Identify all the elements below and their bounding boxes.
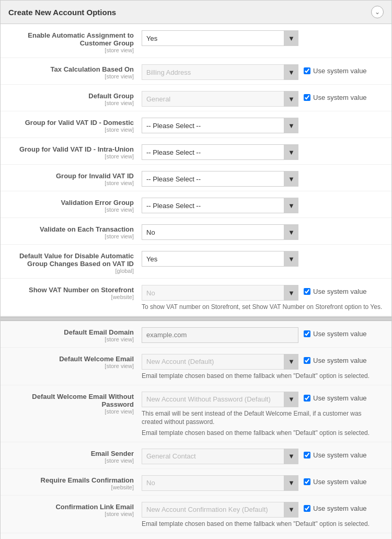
confirmation-link-email-use-system-value-checkbox[interactable] bbox=[304, 505, 310, 512]
validation-error-group-select[interactable]: -- Please Select -- bbox=[142, 198, 298, 213]
confirmation-link-email-label: Confirmation Link Email bbox=[8, 503, 134, 511]
group-valid-vat-domestic-label-area: Group for Valid VAT ID - Domestic[store … bbox=[8, 116, 142, 133]
show-vat-number-label: Show VAT Number on Storefront bbox=[8, 286, 134, 294]
confirmation-link-email-scope: [store view] bbox=[8, 511, 134, 517]
disable-auto-group-changes-select[interactable]: YesNo bbox=[142, 251, 298, 267]
form-row-default-welcome-email: Default Welcome Email[store view]New Acc… bbox=[1, 348, 391, 385]
group-invalid-vat-label: Group for Invalid VAT ID bbox=[8, 172, 134, 180]
form-row-welcome-email: Welcome Email[store view]New Account Con… bbox=[1, 533, 391, 539]
form-row-disable-auto-group-changes: Default Value for Disable Automatic Grou… bbox=[1, 245, 391, 279]
default-welcome-email-no-password-label-area: Default Welcome Email Without Password[s… bbox=[8, 389, 142, 415]
group-valid-vat-intra-union-select[interactable]: -- Please Select -- bbox=[142, 144, 298, 160]
require-emails-confirmation-control-area: NoYes▼Use system value bbox=[142, 473, 384, 491]
form-row-auto-assign-customer-group: Enable Automatic Assignment to Customer … bbox=[1, 24, 391, 58]
default-group-control-area: GeneralWholesaleRetailer▼Use system valu… bbox=[142, 89, 384, 107]
validation-error-group-control-area: -- Please Select --▼ bbox=[142, 196, 384, 213]
default-welcome-email-scope: [store view] bbox=[8, 363, 134, 369]
auto-assign-customer-group-label-area: Enable Automatic Assignment to Customer … bbox=[8, 28, 142, 53]
tax-calculation-based-on-use-system-value[interactable]: Use system value bbox=[304, 64, 367, 75]
default-welcome-email-no-password-hint2: This email will be sent instead of the D… bbox=[142, 409, 384, 427]
default-welcome-email-no-password-select: New Account Without Password (Default) bbox=[142, 392, 298, 407]
email-sender-use-system-value[interactable]: Use system value bbox=[304, 449, 367, 459]
group-invalid-vat-scope: [store view] bbox=[8, 180, 134, 186]
group-valid-vat-domestic-select[interactable]: -- Please Select -- bbox=[142, 118, 298, 133]
panel-toggle-button[interactable]: ⌄ bbox=[371, 6, 384, 18]
default-welcome-email-no-password-select-wrap: New Account Without Password (Default)▼ bbox=[142, 392, 298, 407]
default-welcome-email-label: Default Welcome Email bbox=[8, 355, 134, 363]
group-valid-vat-domestic-control-area: -- Please Select --▼ bbox=[142, 116, 384, 133]
show-vat-number-use-system-value[interactable]: Use system value bbox=[304, 285, 367, 295]
confirmation-link-email-use-system-value[interactable]: Use system value bbox=[304, 502, 367, 512]
default-group-use-system-value-checkbox[interactable] bbox=[304, 94, 310, 101]
auto-assign-customer-group-select[interactable]: YesNo bbox=[142, 30, 298, 46]
group-valid-vat-intra-union-scope: [store view] bbox=[8, 153, 134, 159]
validate-each-transaction-select[interactable]: NoYes bbox=[142, 224, 298, 240]
group-valid-vat-intra-union-select-wrap: -- Please Select --▼ bbox=[142, 144, 298, 160]
tax-calculation-based-on-scope: [store view] bbox=[8, 73, 134, 79]
email-sender-use-system-value-checkbox[interactable] bbox=[304, 452, 310, 458]
validate-each-transaction-label: Validate on Each Transaction bbox=[8, 225, 134, 233]
validation-error-group-label-area: Validation Error Group[store view] bbox=[8, 196, 142, 213]
email-section: Default Email Domain[store view]Use syst… bbox=[1, 321, 391, 539]
default-email-domain-use-system-value-checkbox[interactable] bbox=[304, 330, 310, 337]
validate-each-transaction-scope: [store view] bbox=[8, 233, 134, 239]
default-welcome-email-no-password-control-area: New Account Without Password (Default)▼U… bbox=[142, 389, 384, 438]
form-row-default-email-domain: Default Email Domain[store view]Use syst… bbox=[1, 321, 391, 348]
disable-auto-group-changes-select-wrap: YesNo▼ bbox=[142, 251, 298, 267]
panel-title: Create New Account Options bbox=[8, 8, 116, 17]
default-welcome-email-no-password-use-system-value-checkbox[interactable] bbox=[304, 395, 310, 402]
tax-calculation-based-on-use-system-value-checkbox[interactable] bbox=[304, 67, 310, 74]
default-group-select: GeneralWholesaleRetailer bbox=[142, 91, 298, 107]
show-vat-number-use-system-value-checkbox[interactable] bbox=[304, 288, 310, 295]
default-welcome-email-use-system-value[interactable]: Use system value bbox=[304, 354, 367, 364]
default-welcome-email-no-password-hint: Email template chosen based on theme fal… bbox=[142, 429, 384, 438]
default-group-use-system-value[interactable]: Use system value bbox=[304, 91, 367, 101]
tax-calculation-based-on-label-area: Tax Calculation Based On[store view] bbox=[8, 62, 142, 79]
validation-error-group-label: Validation Error Group bbox=[8, 199, 134, 207]
confirmation-link-email-control-area: New Account Confirmation Key (Default)▼U… bbox=[142, 500, 384, 529]
default-welcome-email-use-system-value-checkbox[interactable] bbox=[304, 357, 310, 364]
show-vat-number-control-area: NoYes▼Use system valueTo show VAT number… bbox=[142, 283, 384, 312]
form-row-validation-error-group: Validation Error Group[store view]-- Ple… bbox=[1, 191, 391, 218]
group-invalid-vat-control-area: -- Please Select --▼ bbox=[142, 169, 384, 187]
auto-assign-customer-group-scope: [store view] bbox=[8, 47, 134, 53]
tax-calculation-based-on-label: Tax Calculation Based On bbox=[8, 65, 134, 73]
email-sender-scope: [store view] bbox=[8, 457, 134, 464]
email-sender-select: General Contact bbox=[142, 449, 298, 464]
default-welcome-email-no-password-scope: [store view] bbox=[8, 408, 134, 415]
group-invalid-vat-label-area: Group for Invalid VAT ID[store view] bbox=[8, 169, 142, 186]
default-group-use-system-value-label: Use system value bbox=[313, 94, 367, 101]
show-vat-number-select-wrap: NoYes▼ bbox=[142, 285, 298, 301]
form-row-show-vat-number: Show VAT Number on Storefront[website]No… bbox=[1, 279, 391, 316]
section-separator bbox=[1, 317, 391, 321]
group-valid-vat-intra-union-control-area: -- Please Select --▼ bbox=[142, 142, 384, 160]
require-emails-confirmation-use-system-value[interactable]: Use system value bbox=[304, 475, 367, 486]
default-group-label: Default Group bbox=[8, 92, 134, 100]
confirmation-link-email-use-system-value-label: Use system value bbox=[313, 504, 367, 512]
tax-calculation-based-on-select: Billing AddressShipping Address bbox=[142, 64, 298, 80]
auto-assign-customer-group-select-wrap: YesNo▼ bbox=[142, 30, 298, 46]
require-emails-confirmation-use-system-value-checkbox[interactable] bbox=[304, 478, 310, 485]
group-invalid-vat-select[interactable]: -- Please Select -- bbox=[142, 171, 298, 187]
default-email-domain-use-system-value[interactable]: Use system value bbox=[304, 327, 367, 338]
group-valid-vat-intra-union-label: Group for Valid VAT ID - Intra-Union bbox=[8, 145, 134, 153]
validate-each-transaction-select-wrap: NoYes▼ bbox=[142, 224, 298, 240]
default-welcome-email-no-password-use-system-value[interactable]: Use system value bbox=[304, 392, 367, 402]
default-group-select-wrap: GeneralWholesaleRetailer▼ bbox=[142, 91, 298, 107]
tax-calculation-based-on-control-area: Billing AddressShipping Address▼Use syst… bbox=[142, 62, 384, 80]
validate-each-transaction-control-area: NoYes▼ bbox=[142, 222, 384, 240]
default-email-domain-scope: [store view] bbox=[8, 336, 134, 342]
default-welcome-email-hint: Email template chosen based on theme fal… bbox=[142, 372, 384, 381]
form-row-tax-calculation-based-on: Tax Calculation Based On[store view]Bill… bbox=[1, 58, 391, 85]
group-valid-vat-domestic-scope: [store view] bbox=[8, 127, 134, 133]
email-sender-control-area: General Contact▼Use system value bbox=[142, 446, 384, 464]
default-email-domain-label: Default Email Domain bbox=[8, 328, 134, 336]
tax-calculation-based-on-select-wrap: Billing AddressShipping Address▼ bbox=[142, 64, 298, 80]
email-sender-use-system-value-label: Use system value bbox=[313, 451, 367, 459]
default-welcome-email-no-password-label: Default Welcome Email Without Password bbox=[8, 393, 134, 408]
show-vat-number-use-system-value-label: Use system value bbox=[313, 288, 367, 295]
show-vat-number-label-area: Show VAT Number on Storefront[website] bbox=[8, 283, 142, 300]
form-row-confirmation-link-email: Confirmation Link Email[store view]New A… bbox=[1, 496, 391, 533]
default-welcome-email-no-password-use-system-value-label: Use system value bbox=[313, 394, 367, 402]
group-valid-vat-domestic-label: Group for Valid VAT ID - Domestic bbox=[8, 119, 134, 127]
